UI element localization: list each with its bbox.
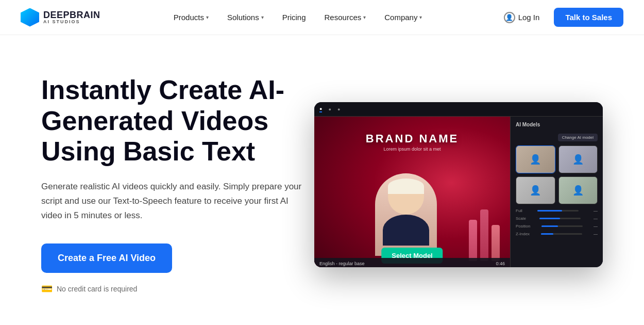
toolbar-tab-active[interactable]: ● — [319, 106, 322, 112]
logo-text: DEEPBRAIN AI STUDIOS — [43, 10, 100, 24]
hero-section: Instantly Create AI-Generated Videos Usi… — [0, 35, 644, 324]
hero-content: Instantly Create AI-Generated Videos Usi… — [41, 75, 309, 295]
toolbar-tab-2[interactable]: ● — [328, 107, 331, 112]
panel-title: AI Models — [516, 122, 598, 127]
nav-resources[interactable]: Resources ▾ — [316, 9, 375, 26]
nav-links: Products ▾ Solutions ▾ Pricing Resources… — [165, 9, 431, 26]
credit-card-icon: 💳 — [41, 283, 53, 295]
nav-products[interactable]: Products ▾ — [165, 9, 217, 26]
control-row-scale: Scale — — [516, 216, 598, 221]
panel-controls: Full — Scale — — [516, 208, 598, 236]
controls-top: English - regular base 0:46 — [319, 261, 505, 266]
logo-icon — [21, 8, 39, 27]
avatar-head — [388, 178, 424, 215]
product-lipsticks — [469, 209, 500, 261]
ai-avatar — [375, 173, 437, 256]
chevron-down-icon: ▾ — [363, 14, 366, 20]
scale-slider[interactable] — [539, 218, 581, 219]
toolbar-tab-3[interactable]: ● — [337, 107, 340, 112]
model-grid: 👤 👤 👤 👤 — [516, 145, 598, 204]
logo-sub: AI STUDIOS — [43, 20, 100, 24]
model-avatar-3: 👤 — [516, 177, 555, 204]
model-card-2[interactable]: 👤 — [558, 145, 598, 173]
model-card-3[interactable]: 👤 — [516, 176, 555, 204]
brand-name-text: BRAND NAME — [366, 132, 459, 145]
avatar-body — [383, 215, 429, 246]
lipstick-3 — [492, 225, 500, 261]
model-card-4[interactable]: 👤 — [558, 176, 598, 204]
lipstick-1 — [469, 220, 477, 261]
product-mockup: ● ● ● BRAND NAME Lorem ipsum dolor sit a… — [314, 102, 603, 267]
create-free-video-button[interactable]: Create a Free AI Video — [41, 243, 172, 273]
lipstick-2 — [480, 209, 488, 261]
nav-solutions[interactable]: Solutions ▾ — [219, 9, 272, 26]
logo-brand: DEEPBRAIN — [43, 10, 100, 20]
login-button[interactable]: 👤 Log In — [496, 8, 548, 27]
control-row-position: Position — — [516, 224, 598, 229]
control-row-zindex: Z-Index — — [516, 232, 598, 236]
brand-overlay: BRAND NAME Lorem ipsum dolor sit a met — [366, 132, 459, 152]
video-controls: English - regular base 0:46 This is an e… — [314, 258, 510, 267]
mockup-main: BRAND NAME Lorem ipsum dolor sit a met — [314, 117, 603, 267]
model-card-1[interactable]: 👤 — [516, 145, 555, 173]
avatar-hair — [388, 178, 424, 194]
model-avatar-1: 👤 — [516, 146, 555, 173]
position-slider[interactable] — [541, 225, 583, 227]
hero-mockup: ● ● ● BRAND NAME Lorem ipsum dolor sit a… — [314, 102, 603, 267]
chevron-down-icon: ▾ — [419, 14, 422, 20]
mockup-toolbar: ● ● ● — [314, 102, 603, 117]
side-panel: AI Models Change AI model 👤 👤 👤 — [510, 117, 603, 267]
model-avatar-4: 👤 — [559, 177, 598, 204]
brand-tagline-text: Lorem ipsum dolor sit a met — [366, 147, 459, 152]
hero-title: Instantly Create AI-Generated Videos Usi… — [41, 75, 309, 167]
user-icon: 👤 — [504, 12, 515, 23]
navbar: DEEPBRAIN AI STUDIOS Products ▾ Solution… — [0, 0, 644, 35]
nav-right: 👤 Log In Talk to Sales — [496, 8, 623, 27]
chevron-down-icon: ▾ — [206, 14, 209, 20]
no-credit-card-note: 💳 No credit card is required — [41, 283, 309, 295]
nav-pricing[interactable]: Pricing — [274, 9, 314, 26]
control-row-full: Full — — [516, 208, 598, 213]
hero-description: Generate realistic AI videos quickly and… — [41, 180, 309, 223]
nav-company[interactable]: Company ▾ — [376, 9, 430, 26]
zindex-slider[interactable] — [541, 233, 582, 235]
video-preview: BRAND NAME Lorem ipsum dolor sit a met — [314, 117, 510, 267]
model-avatar-2: 👤 — [559, 146, 598, 173]
talk-to-sales-button[interactable]: Talk to Sales — [554, 8, 623, 27]
chevron-down-icon: ▾ — [261, 14, 264, 20]
full-slider[interactable] — [537, 210, 579, 212]
change-model-button[interactable]: Change AI model — [558, 134, 598, 141]
logo[interactable]: DEEPBRAIN AI STUDIOS — [21, 8, 100, 27]
